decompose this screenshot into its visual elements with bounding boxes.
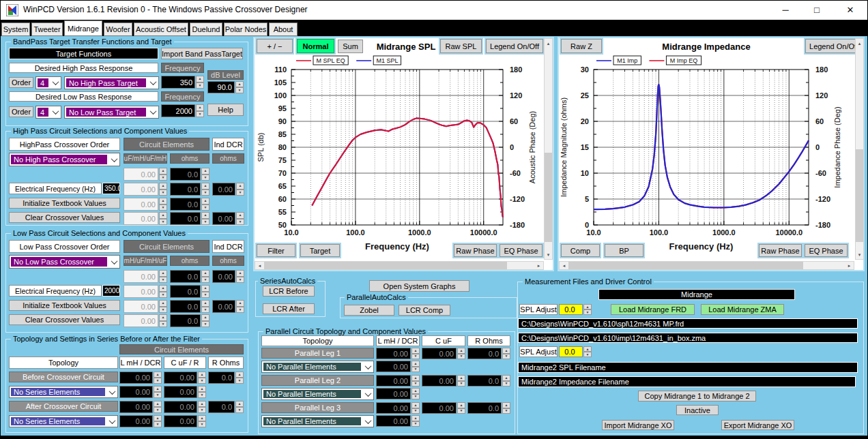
parallel-r5-c3-spinner[interactable]: 0.0▲▼: [467, 402, 510, 414]
spinner-up-button[interactable]: ▲: [235, 401, 244, 407]
scroll-down-icon[interactable]: ▾: [545, 250, 552, 259]
zma-path-field[interactable]: C:\Designs\WinPCD_v1.610\imp\12m4631_in_…: [518, 333, 858, 343]
scroll-left-icon[interactable]: ◂: [560, 262, 568, 269]
import-xo-button[interactable]: Import Midrange XO: [602, 420, 674, 430]
spinner-up-button[interactable]: ▲: [198, 386, 206, 392]
spinner-down-button[interactable]: ▼: [583, 352, 592, 357]
imp-hscrollbar[interactable]: ◂ ▸: [559, 261, 854, 270]
spinner-up-button[interactable]: ▲: [159, 183, 167, 190]
imp-vscrollbar[interactable]: ▴ ▾: [855, 38, 864, 260]
spinner-down-button[interactable]: ▼: [201, 219, 209, 226]
zobel-button[interactable]: Zobel: [344, 305, 394, 316]
imp-raw-z-button[interactable]: Raw Z: [561, 39, 602, 53]
spinner-up-button[interactable]: ▲: [236, 270, 244, 277]
imp-comp-button[interactable]: Comp: [561, 244, 600, 257]
spinner-down-button[interactable]: ▼: [159, 219, 167, 226]
lp-r2-c1-spinner[interactable]: 0.00▲▼: [124, 285, 167, 298]
topology-r1-c3-spinner[interactable]: 0.0▲▼: [208, 372, 244, 384]
parallel-r5-c2-spinner[interactable]: 0.00▲▼: [422, 402, 465, 414]
parallel-leg3-dropdown[interactable]: No Parallel Elements: [261, 415, 374, 427]
inactive-button[interactable]: Inactive: [676, 405, 719, 415]
chevron-down-icon[interactable]: [362, 416, 373, 427]
spinner-up-button[interactable]: ▲: [159, 300, 167, 307]
help-button[interactable]: Help: [207, 104, 244, 116]
spinner-down-button[interactable]: ▼: [201, 175, 209, 181]
chevron-down-icon[interactable]: [106, 387, 117, 397]
spinner-down-button[interactable]: ▼: [198, 407, 206, 413]
spinner-up-button[interactable]: ▲: [457, 375, 465, 381]
lp-crossover-dropdown[interactable]: No Low Pass Crossover: [9, 255, 120, 269]
spl-vscrollbar[interactable]: ▴ ▾: [544, 38, 553, 260]
lp-init-textbook-button[interactable]: Initialize Textbook Values: [9, 300, 120, 311]
hp-init-textbook-button[interactable]: Initialize Textbook Values: [9, 198, 120, 209]
hp-r4-c2-spinner[interactable]: 0.0▲▼: [170, 212, 209, 225]
spinner-down-button[interactable]: ▼: [235, 87, 244, 93]
spinner-up-button[interactable]: ▲: [201, 168, 209, 175]
scroll-up-icon[interactable]: ▴: [856, 39, 863, 48]
spinner-down-button[interactable]: ▼: [159, 307, 167, 314]
after-series-elements-dropdown[interactable]: No Series Elements: [9, 415, 118, 427]
spinner-down-button[interactable]: ▼: [154, 421, 162, 427]
parallel-leg2-dropdown[interactable]: No Parallel Elements: [261, 388, 374, 400]
spinner-down-button[interactable]: ▼: [457, 408, 465, 414]
tab-polar-nodes[interactable]: Polar Nodes: [224, 22, 267, 36]
spl-sum-button[interactable]: Sum: [338, 40, 363, 53]
spinner-down-button[interactable]: ▼: [196, 111, 204, 118]
spinner-up-button[interactable]: ▲: [201, 300, 209, 307]
spinner-up-button[interactable]: ▲: [411, 375, 420, 381]
spinner-down-button[interactable]: ▼: [502, 354, 510, 360]
spl-filter-button[interactable]: Filter: [257, 244, 295, 257]
spinner-up-button[interactable]: ▲: [583, 304, 592, 309]
spinner-up-button[interactable]: ▲: [196, 104, 204, 111]
lp-clear-values-button[interactable]: Clear Crossover Values: [9, 314, 120, 325]
tab-acoustic-offset[interactable]: Acoustic Offset: [134, 22, 188, 36]
spinner-up-button[interactable]: ▲: [159, 285, 167, 292]
spinner-up-button[interactable]: ▲: [236, 300, 244, 307]
spinner-down-button[interactable]: ▼: [201, 205, 209, 211]
spinner-up-button[interactable]: ▲: [457, 402, 465, 408]
midrange2-impedance-field[interactable]: Midrange2 Impedance Filename: [518, 376, 856, 387]
spl-adjust2-spinner[interactable]: 0.0 ▲▼: [559, 346, 592, 357]
imp-eq-phase-button[interactable]: EQ Phase: [805, 244, 848, 257]
scroll-up-icon[interactable]: ▴: [545, 39, 552, 48]
spinner-up-button[interactable]: ▲: [159, 212, 167, 219]
hp-r3-c1-spinner[interactable]: 0.00▲▼: [124, 198, 167, 211]
before-series-elements-dropdown[interactable]: No Series Elements: [9, 386, 118, 398]
chevron-down-icon[interactable]: [108, 153, 119, 166]
spinner-up-button[interactable]: ▲: [201, 285, 209, 292]
hp-r1-c2-spinner[interactable]: 0.0▲▼: [170, 168, 209, 181]
scroll-down-icon[interactable]: ▾: [856, 250, 863, 259]
spinner-down-button[interactable]: ▼: [236, 219, 244, 226]
spinner-up-button[interactable]: ▲: [502, 348, 510, 354]
parallel-leg1-dropdown[interactable]: No Parallel Elements: [261, 361, 374, 373]
load-zma-button[interactable]: Load Midrange ZMA: [701, 304, 784, 315]
spinner-up-button[interactable]: ▲: [411, 402, 420, 408]
spinner-down-button[interactable]: ▼: [201, 277, 209, 284]
lp-order-dropdown[interactable]: 4: [35, 106, 61, 119]
spinner-up-button[interactable]: ▲: [154, 415, 162, 421]
spinner-down-button[interactable]: ▼: [236, 190, 244, 196]
db-level-spinner[interactable]: 90.0 ▲▼: [207, 81, 244, 93]
lcr-before-button[interactable]: LCR Before: [263, 286, 315, 297]
spinner-up-button[interactable]: ▲: [198, 372, 206, 378]
minimize-button[interactable]: ─: [770, 0, 801, 20]
parallel-r3-c1-spinner[interactable]: 0.00▲▼: [376, 375, 420, 387]
tab-system[interactable]: System: [1, 22, 30, 36]
parallel-r3-c3-spinner[interactable]: 0.0▲▼: [467, 375, 510, 387]
spinner-up-button[interactable]: ▲: [457, 348, 465, 354]
import-bandpass-target-button[interactable]: Import Band PassTarget: [161, 48, 243, 59]
spinner-down-button[interactable]: ▼: [235, 407, 244, 413]
spl-plus-minus-button[interactable]: + / −: [257, 39, 293, 53]
hp-r1-c1-spinner[interactable]: 0.00▲▼: [124, 168, 167, 181]
topology-r2-c1-spinner[interactable]: 0.00▲▼: [119, 386, 162, 398]
imp-legend-toggle-button[interactable]: Legend On/Off: [805, 39, 863, 53]
copy-midrange-button[interactable]: Copy Midrange 1 to Midrange 2: [638, 391, 756, 402]
scrollbar-track[interactable]: [568, 262, 845, 269]
spl-legend-toggle-button[interactable]: Legend On/Off: [486, 39, 543, 53]
imp-bp-button[interactable]: BP: [605, 244, 643, 257]
scrollbar-thumb[interactable]: [856, 149, 863, 243]
tab-midrange[interactable]: Midrange: [64, 20, 102, 36]
spl-adjust1-spinner[interactable]: 0.0 ▲▼: [559, 304, 592, 315]
spinner-down-button[interactable]: ▼: [159, 190, 167, 196]
chevron-down-icon[interactable]: [106, 416, 117, 427]
